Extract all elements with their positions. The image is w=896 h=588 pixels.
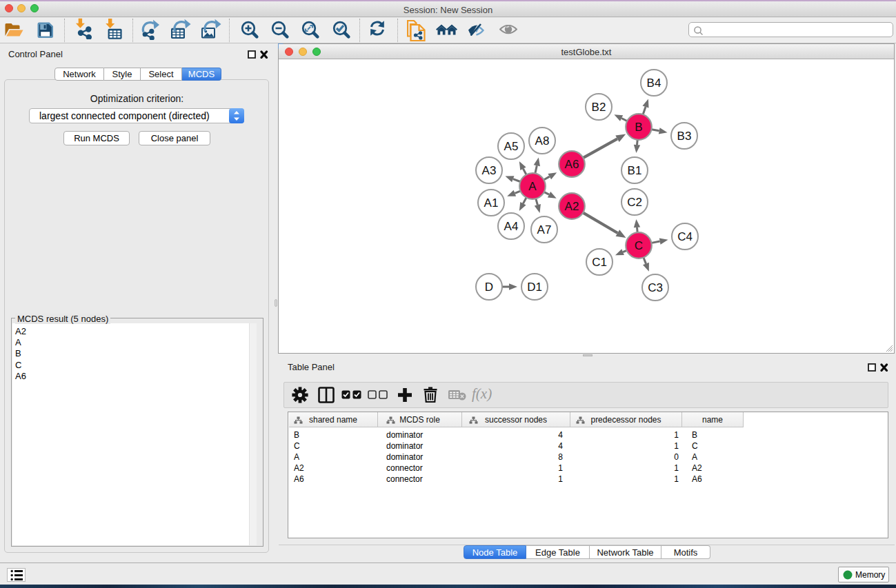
svg-text:B3: B3 — [677, 130, 692, 143]
svg-text:D1: D1 — [527, 281, 542, 294]
svg-text:C4: C4 — [677, 230, 693, 243]
svg-text:B: B — [635, 121, 642, 134]
svg-text:A3: A3 — [482, 164, 497, 177]
svg-text:A2: A2 — [565, 200, 579, 213]
svg-text:A4: A4 — [504, 220, 519, 233]
svg-text:C1: C1 — [592, 256, 607, 269]
svg-text:A: A — [528, 180, 537, 193]
svg-text:A1: A1 — [484, 196, 499, 210]
svg-text:B2: B2 — [592, 101, 606, 114]
svg-text:B4: B4 — [647, 77, 661, 90]
svg-text:D: D — [485, 281, 493, 294]
svg-text:A6: A6 — [565, 158, 579, 171]
svg-text:B1: B1 — [628, 164, 642, 177]
svg-text:A5: A5 — [504, 140, 519, 153]
svg-text:A7: A7 — [537, 223, 552, 236]
svg-text:C2: C2 — [627, 196, 642, 209]
svg-text:A8: A8 — [535, 134, 550, 148]
svg-text:C3: C3 — [648, 281, 663, 294]
svg-text:C: C — [635, 239, 643, 252]
